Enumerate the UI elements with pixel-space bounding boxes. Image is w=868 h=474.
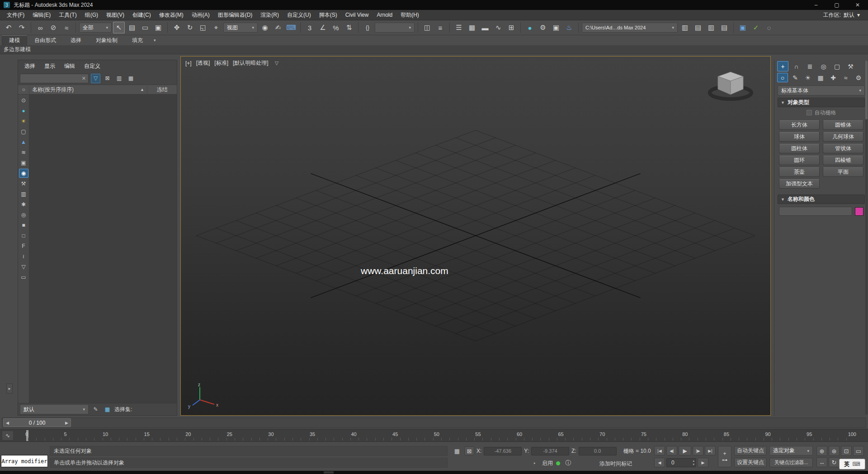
primitive-category-combo[interactable]: 标准基本体 ▾ (778, 85, 865, 95)
display-materials-icon[interactable]: ■ (19, 221, 28, 230)
use-pivot-center-icon[interactable]: ◉ (259, 22, 271, 33)
ribbon-tab-modeling[interactable]: 建模 (2, 35, 27, 45)
keyboard-override-icon[interactable]: ⌨ (285, 22, 297, 33)
modify-tab-icon[interactable]: ∩ (791, 61, 802, 71)
select-and-rotate-icon[interactable]: ↻ (184, 22, 196, 33)
rendered-frame-window-icon[interactable]: ▣ (550, 22, 562, 33)
menu-graph-editors[interactable]: 图形编辑器(D) (214, 10, 257, 20)
menu-edit[interactable]: 编辑(E) (28, 10, 55, 20)
object-color-swatch[interactable] (855, 207, 863, 216)
time-slider-track[interactable]: ◀ 0 / 100 ▶ (2, 417, 866, 428)
render-setup-icon[interactable]: ⚙ (537, 22, 549, 33)
geometry-category-icon[interactable]: ○ (777, 73, 788, 82)
zoom-all-icon[interactable]: ⊛ (829, 446, 840, 456)
select-and-manipulate-icon[interactable]: ✍ (272, 22, 284, 33)
explorer-menu-edit[interactable]: 编辑 (60, 62, 80, 70)
zoom-icon[interactable]: ⊕ (816, 446, 827, 456)
ribbon-tab-populate[interactable]: 填充 (125, 35, 150, 45)
filter-funnel-icon[interactable]: ▽ (91, 74, 100, 83)
pan-icon[interactable]: ↔ (816, 457, 827, 467)
menu-modifiers[interactable]: 修改器(M) (155, 10, 188, 20)
schematic-view-icon[interactable]: ⊞ (505, 22, 517, 33)
menu-customize[interactable]: 自定义(U) (283, 10, 315, 20)
edit-selection-set-icon[interactable]: ✎ (91, 405, 100, 414)
sphere-button[interactable]: 球体 (779, 132, 820, 142)
bind-to-spacewarp-icon[interactable]: ≈ (61, 22, 72, 33)
display-layers-icon[interactable]: □ (19, 231, 28, 240)
toggle-scene-explorer-icon[interactable]: ☰ (453, 22, 465, 33)
current-frame-field[interactable]: 0 ▴▾ (666, 458, 696, 467)
select-and-link-icon[interactable]: ∞ (34, 22, 46, 33)
command-panel-scrollbar[interactable] (865, 61, 868, 415)
project-path-combo[interactable]: C:\Users\Ad…ds Max 2024 ▾ (582, 23, 678, 33)
add-time-tag[interactable]: 添加时间标记 (599, 460, 632, 468)
unlink-selection-icon[interactable]: ⊘ (47, 22, 59, 33)
time-configuration-icon[interactable]: ◔ (529, 459, 539, 468)
menu-animation[interactable]: 动画(A) (188, 10, 214, 20)
zoom-extents-icon[interactable]: ⊡ (841, 446, 852, 456)
help-status-icon[interactable]: ◌ (763, 22, 775, 33)
create-tab-icon[interactable]: + (777, 61, 788, 71)
menu-arnold[interactable]: Arnold (373, 10, 396, 20)
explorer-config2-icon[interactable]: ▦ (103, 405, 112, 414)
display-bones-icon[interactable]: ⚒ (19, 179, 28, 188)
menu-file[interactable]: 文件(F) (3, 10, 28, 20)
workspace-selector[interactable]: 工作区: 默认 ▾ (823, 11, 865, 19)
zoom-region-icon[interactable]: ▭ (853, 446, 864, 456)
explorer-menu-customize[interactable]: 自定义 (80, 62, 105, 70)
cylinder-button[interactable]: 圆柱体 (779, 144, 820, 153)
display-spacewarps-icon[interactable]: ≋ (19, 148, 28, 157)
textplus-button[interactable]: 加强型文本 (779, 179, 820, 189)
toggle-layer-explorer-icon[interactable]: ▦ (466, 22, 478, 33)
next-key-icon[interactable]: |▶ (693, 446, 703, 455)
utilities-tab-icon[interactable]: ⚒ (845, 61, 856, 71)
frame-forward-icon[interactable]: ▶ (698, 458, 708, 467)
mini-curve-editor-icon[interactable]: ∿ (2, 431, 14, 441)
isolate-selection-icon[interactable]: ▦ (452, 446, 462, 455)
explorer-menu-select[interactable]: 选择 (20, 62, 40, 70)
auto-key-button[interactable]: 自动关键点 (734, 446, 767, 455)
redo-icon[interactable]: ↷ (16, 22, 28, 33)
relink-assets-icon[interactable]: ▥ (679, 22, 691, 33)
viewcube[interactable] (703, 66, 758, 104)
mirror-icon[interactable]: ◫ (421, 22, 433, 33)
previous-frame-icon[interactable]: ◀ (6, 421, 9, 425)
display-all-icon[interactable]: ⊙ (19, 96, 28, 105)
menu-group[interactable]: 组(G) (81, 10, 102, 20)
named-selection-sets-combo[interactable]: ▾ (375, 23, 415, 33)
display-frozen-icon[interactable]: ✱ (19, 200, 28, 209)
selected-objects-combo[interactable]: 选定对象 ▾ (769, 446, 813, 455)
geosphere-button[interactable]: 几何球体 (823, 132, 863, 142)
edit-named-selection-sets-icon[interactable]: {} (362, 22, 373, 33)
object-type-rollout[interactable]: ▼ 对象类型 (778, 98, 865, 107)
scene-object-list[interactable] (29, 95, 177, 403)
spinner-snap-icon[interactable]: ⇅ (343, 22, 355, 33)
go-to-end-icon[interactable]: ▶| (705, 446, 716, 455)
menu-civil-view[interactable]: Civil View (341, 10, 373, 20)
tube-button[interactable]: 管状体 (823, 144, 863, 153)
systems-category-icon[interactable]: ⚙ (853, 73, 864, 82)
cameras-category-icon[interactable]: ▦ (815, 73, 826, 82)
object-name-input[interactable] (779, 207, 852, 216)
display-tab-icon[interactable]: ▢ (831, 61, 843, 71)
sort-ascending-icon[interactable]: ▲ (140, 87, 144, 92)
window-crossing-icon[interactable]: ▣ (152, 22, 164, 33)
explorer-options-icon[interactable]: ▦ (126, 74, 136, 83)
box-button[interactable]: 长方体 (779, 120, 820, 130)
display-lights-icon[interactable]: ☀ (19, 117, 28, 126)
motion-tab-icon[interactable]: ◎ (818, 61, 829, 71)
cone-button[interactable]: 圆锥体 (823, 120, 863, 130)
display-containers-icon[interactable]: ▥ (19, 190, 28, 199)
z-coordinate-field[interactable]: 0.0 (579, 447, 617, 455)
spacewarps-category-icon[interactable]: ≈ (840, 73, 851, 82)
menu-help[interactable]: 帮助(H) (396, 10, 423, 20)
ribbon-tab-freeform[interactable]: 自由形式 (27, 35, 63, 45)
select-object-icon[interactable]: ↖ (113, 22, 125, 33)
menu-scripting[interactable]: 脚本(S) (315, 10, 341, 20)
display-shapes-icon[interactable]: ▲ (19, 137, 28, 147)
orbit-icon[interactable]: ↻ (829, 457, 840, 467)
scene-converter-icon[interactable]: ▤ (718, 22, 730, 33)
material-editor-icon[interactable]: ● (524, 22, 536, 33)
menu-views[interactable]: 视图(V) (102, 10, 128, 20)
menu-rendering[interactable]: 渲染(R) (256, 10, 283, 20)
